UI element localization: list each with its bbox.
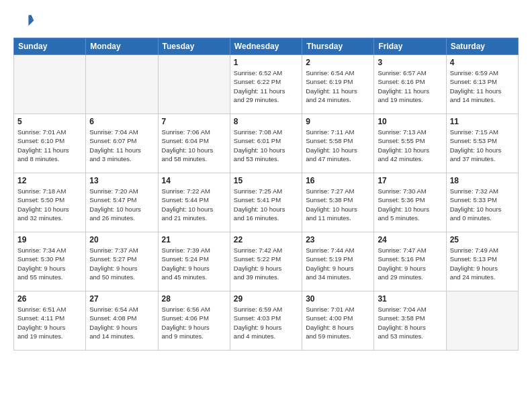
col-header-sunday: Sunday (14, 38, 86, 55)
day-info: Sunrise: 6:56 AM Sunset: 4:06 PM Dayligh… (162, 305, 226, 340)
day-number: 14 (162, 176, 226, 185)
day-number: 19 (17, 235, 82, 244)
logo (13, 11, 38, 32)
calendar-cell: 12Sunrise: 7:18 AM Sunset: 5:50 PM Dayli… (14, 173, 86, 232)
day-number: 6 (89, 117, 154, 126)
day-info: Sunrise: 6:52 AM Sunset: 6:22 PM Dayligh… (234, 68, 298, 104)
day-number: 23 (306, 235, 370, 244)
day-info: Sunrise: 7:34 AM Sunset: 5:30 PM Dayligh… (17, 246, 82, 281)
day-info: Sunrise: 7:32 AM Sunset: 5:33 PM Dayligh… (450, 187, 515, 222)
day-number: 16 (306, 176, 370, 185)
calendar-cell: 20Sunrise: 7:37 AM Sunset: 5:27 PM Dayli… (86, 232, 158, 291)
day-info: Sunrise: 7:20 AM Sunset: 5:47 PM Dayligh… (89, 187, 154, 222)
calendar-cell: 7Sunrise: 7:06 AM Sunset: 6:04 PM Daylig… (158, 114, 230, 173)
calendar-week-0: 1Sunrise: 6:52 AM Sunset: 6:22 PM Daylig… (14, 55, 519, 114)
day-info: Sunrise: 7:13 AM Sunset: 5:55 PM Dayligh… (378, 128, 442, 163)
calendar-week-3: 19Sunrise: 7:34 AM Sunset: 5:30 PM Dayli… (14, 232, 519, 291)
calendar-cell: 24Sunrise: 7:47 AM Sunset: 5:16 PM Dayli… (374, 232, 446, 291)
day-info: Sunrise: 7:25 AM Sunset: 5:41 PM Dayligh… (234, 187, 298, 222)
col-header-thursday: Thursday (302, 38, 374, 55)
day-info: Sunrise: 7:11 AM Sunset: 5:58 PM Dayligh… (306, 128, 370, 163)
day-info: Sunrise: 7:22 AM Sunset: 5:44 PM Dayligh… (162, 187, 226, 222)
day-info: Sunrise: 7:47 AM Sunset: 5:16 PM Dayligh… (378, 246, 442, 281)
day-number: 5 (17, 117, 82, 126)
calendar-cell: 28Sunrise: 6:56 AM Sunset: 4:06 PM Dayli… (158, 291, 230, 351)
calendar-week-4: 26Sunrise: 6:51 AM Sunset: 4:11 PM Dayli… (14, 291, 519, 351)
day-number: 7 (162, 117, 226, 126)
calendar-cell: 31Sunrise: 7:04 AM Sunset: 3:58 PM Dayli… (374, 291, 446, 351)
day-number: 2 (306, 58, 370, 67)
day-info: Sunrise: 6:57 AM Sunset: 6:16 PM Dayligh… (378, 68, 442, 104)
calendar-cell: 22Sunrise: 7:42 AM Sunset: 5:22 PM Dayli… (230, 232, 302, 291)
day-info: Sunrise: 7:39 AM Sunset: 5:24 PM Dayligh… (162, 246, 226, 281)
day-number: 20 (89, 235, 154, 244)
calendar-cell: 15Sunrise: 7:25 AM Sunset: 5:41 PM Dayli… (230, 173, 302, 232)
day-number: 28 (162, 294, 226, 304)
calendar-cell: 1Sunrise: 6:52 AM Sunset: 6:22 PM Daylig… (230, 55, 302, 114)
logo-icon (13, 11, 35, 32)
day-info: Sunrise: 7:49 AM Sunset: 5:13 PM Dayligh… (450, 246, 515, 281)
calendar-cell (158, 55, 230, 114)
calendar-cell: 9Sunrise: 7:11 AM Sunset: 5:58 PM Daylig… (302, 114, 374, 173)
calendar-cell: 6Sunrise: 7:04 AM Sunset: 6:07 PM Daylig… (86, 114, 158, 173)
calendar-cell: 25Sunrise: 7:49 AM Sunset: 5:13 PM Dayli… (446, 232, 518, 291)
day-number: 9 (306, 117, 370, 126)
day-number: 11 (450, 117, 515, 126)
day-info: Sunrise: 6:54 AM Sunset: 4:08 PM Dayligh… (89, 305, 154, 340)
day-info: Sunrise: 6:51 AM Sunset: 4:11 PM Dayligh… (17, 305, 82, 340)
day-info: Sunrise: 7:08 AM Sunset: 6:01 PM Dayligh… (234, 128, 298, 163)
day-info: Sunrise: 7:01 AM Sunset: 6:10 PM Dayligh… (17, 128, 82, 163)
calendar-cell: 8Sunrise: 7:08 AM Sunset: 6:01 PM Daylig… (230, 114, 302, 173)
col-header-friday: Friday (374, 38, 446, 55)
day-info: Sunrise: 7:30 AM Sunset: 5:36 PM Dayligh… (378, 187, 442, 222)
day-number: 8 (234, 117, 298, 126)
day-number: 12 (17, 176, 82, 185)
day-number: 18 (450, 176, 515, 185)
day-number: 25 (450, 235, 515, 244)
calendar-cell: 16Sunrise: 7:27 AM Sunset: 5:38 PM Dayli… (302, 173, 374, 232)
calendar-week-1: 5Sunrise: 7:01 AM Sunset: 6:10 PM Daylig… (14, 114, 519, 173)
day-info: Sunrise: 7:06 AM Sunset: 6:04 PM Dayligh… (162, 128, 226, 163)
day-info: Sunrise: 7:18 AM Sunset: 5:50 PM Dayligh… (17, 187, 82, 222)
calendar-cell: 10Sunrise: 7:13 AM Sunset: 5:55 PM Dayli… (374, 114, 446, 173)
day-info: Sunrise: 7:01 AM Sunset: 4:00 PM Dayligh… (306, 305, 370, 340)
calendar-cell: 14Sunrise: 7:22 AM Sunset: 5:44 PM Dayli… (158, 173, 230, 232)
day-info: Sunrise: 7:44 AM Sunset: 5:19 PM Dayligh… (306, 246, 370, 281)
day-number: 4 (450, 58, 515, 67)
calendar-cell (14, 55, 86, 114)
calendar-cell: 21Sunrise: 7:39 AM Sunset: 5:24 PM Dayli… (158, 232, 230, 291)
day-number: 24 (378, 235, 442, 244)
calendar-cell: 17Sunrise: 7:30 AM Sunset: 5:36 PM Dayli… (374, 173, 446, 232)
day-number: 26 (17, 294, 82, 304)
calendar-cell: 11Sunrise: 7:15 AM Sunset: 5:53 PM Dayli… (446, 114, 518, 173)
calendar-cell: 30Sunrise: 7:01 AM Sunset: 4:00 PM Dayli… (302, 291, 374, 351)
day-number: 27 (89, 294, 154, 304)
day-info: Sunrise: 6:59 AM Sunset: 4:03 PM Dayligh… (234, 305, 298, 340)
calendar-cell (446, 291, 518, 351)
page: SundayMondayTuesdayWednesdayThursdayFrid… (0, 0, 532, 411)
col-header-saturday: Saturday (446, 38, 518, 55)
calendar-week-2: 12Sunrise: 7:18 AM Sunset: 5:50 PM Dayli… (14, 173, 519, 232)
calendar-cell: 5Sunrise: 7:01 AM Sunset: 6:10 PM Daylig… (14, 114, 86, 173)
day-info: Sunrise: 7:04 AM Sunset: 3:58 PM Dayligh… (378, 305, 442, 340)
day-number: 31 (378, 294, 442, 304)
calendar-header-row: SundayMondayTuesdayWednesdayThursdayFrid… (14, 38, 519, 55)
day-info: Sunrise: 7:37 AM Sunset: 5:27 PM Dayligh… (89, 246, 154, 281)
day-number: 17 (378, 176, 442, 185)
day-number: 13 (89, 176, 154, 185)
day-number: 10 (378, 117, 442, 126)
calendar-cell: 18Sunrise: 7:32 AM Sunset: 5:33 PM Dayli… (446, 173, 518, 232)
day-number: 3 (378, 58, 442, 67)
calendar-cell: 19Sunrise: 7:34 AM Sunset: 5:30 PM Dayli… (14, 232, 86, 291)
calendar-cell: 3Sunrise: 6:57 AM Sunset: 6:16 PM Daylig… (374, 55, 446, 114)
calendar-cell (86, 55, 158, 114)
calendar-cell: 26Sunrise: 6:51 AM Sunset: 4:11 PM Dayli… (14, 291, 86, 351)
day-info: Sunrise: 6:54 AM Sunset: 6:19 PM Dayligh… (306, 68, 370, 104)
day-info: Sunrise: 7:27 AM Sunset: 5:38 PM Dayligh… (306, 187, 370, 222)
day-number: 1 (234, 58, 298, 67)
day-number: 15 (234, 176, 298, 185)
day-info: Sunrise: 7:04 AM Sunset: 6:07 PM Dayligh… (89, 128, 154, 163)
calendar-cell: 27Sunrise: 6:54 AM Sunset: 4:08 PM Dayli… (86, 291, 158, 351)
col-header-tuesday: Tuesday (158, 38, 230, 55)
calendar-cell: 2Sunrise: 6:54 AM Sunset: 6:19 PM Daylig… (302, 55, 374, 114)
